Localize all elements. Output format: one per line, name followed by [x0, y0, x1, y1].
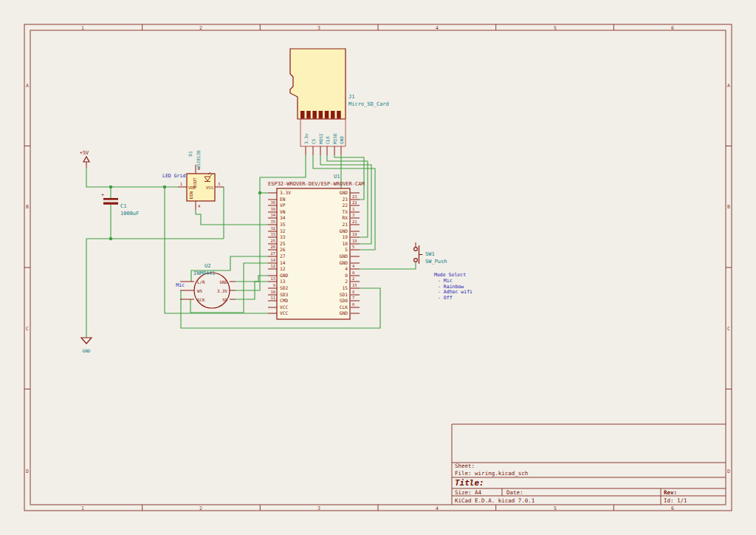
switch-sw1[interactable]: SW1 SW_Push — [414, 242, 447, 265]
mic-value: INMP441 — [193, 270, 216, 276]
esp32-pin-name: SD2 — [280, 285, 288, 290]
esp32-pin-name: VP — [280, 202, 286, 208]
esp32-pin-name: CLK — [340, 304, 348, 310]
frame-col-label: 4 — [436, 505, 439, 511]
title-block-generator: KiCad E.D.A. kicad 7.0.1 — [455, 497, 535, 504]
esp32-pin-name: SD0 — [340, 298, 348, 303]
esp32-pin-number: 5 — [352, 245, 354, 249]
mode-select-title: Mode Select — [434, 272, 466, 278]
esp32-pin-number: 4 — [352, 264, 355, 268]
frame-col-label: 6 — [671, 505, 674, 511]
esp32-pin-name: GND — [340, 190, 348, 195]
frame-row-label: D — [26, 468, 29, 474]
esp32-pin-name: VCC — [280, 310, 288, 316]
mic-pin-name: L/R — [197, 280, 205, 284]
esp32-pin-number: 23 — [352, 194, 357, 199]
esp32-pin-number: 12 — [270, 264, 275, 268]
title-block-size: Size: A4 — [455, 489, 482, 496]
esp32-pin-name: RX — [343, 215, 348, 220]
power-gnd-label: GND — [83, 348, 91, 353]
wire-junction — [109, 237, 112, 240]
wire[interactable] — [236, 276, 268, 282]
esp32-pin-number: 36 — [270, 200, 275, 205]
esp32-pin-name: 15 — [343, 285, 348, 290]
frame-col-label: 2 — [199, 505, 202, 511]
esp32-pin-number: 15 — [352, 283, 357, 287]
esp32-pin-number: 34 — [270, 213, 275, 217]
title-block-rev: Rev: — [664, 489, 677, 496]
esp32-pin-number: 25 — [270, 239, 275, 243]
esp32-pin-name: 13 — [280, 279, 286, 284]
esp32-pin-name: 14 — [280, 260, 286, 265]
esp32-pin-name: GND — [340, 228, 348, 234]
mic-u2[interactable]: L/R GND WS 3.3V SCK SD U2 INMP441 Mic — [176, 263, 236, 308]
sd-pin-name: GND — [339, 136, 344, 144]
sheet-frame: 1 2 3 4 5 6 1 2 3 4 5 6 A B C D A B C D — [24, 24, 732, 511]
esp32-pin-name: 27 — [280, 253, 286, 259]
esp32-pin-name: 21 — [343, 222, 348, 227]
frame-col-label: 2 — [199, 25, 202, 31]
esp32-pin-name: SD3 — [280, 292, 288, 297]
frame-row-label: B — [727, 204, 730, 210]
mic-note[interactable]: Mic — [176, 282, 185, 288]
sd-pin-name: CLK — [325, 136, 330, 144]
esp32-pin-name: GND — [340, 253, 348, 259]
frame-col-label: 5 — [554, 505, 557, 511]
power-5v-symbol[interactable]: +5V — [80, 150, 89, 168]
sd-pin-name: MOSI — [318, 133, 323, 144]
wire[interactable] — [360, 262, 416, 269]
sd-pin-name: CS — [311, 138, 316, 144]
sd-card-pads — [300, 111, 341, 119]
switch-value: SW_Push — [425, 259, 447, 265]
led-pin-name: DIN — [189, 191, 193, 199]
mic-pin-name: WS — [197, 289, 202, 293]
wire[interactable] — [196, 210, 268, 225]
frame-col-label: 3 — [317, 505, 320, 511]
esp32-pin-number: 39 — [270, 207, 275, 211]
sd-card-j1[interactable]: 3.3v CS MOSI CLK MISO GND J1 Micro_SD_Ca… — [290, 49, 389, 155]
led-grid-note[interactable]: LED Grid — [162, 173, 185, 179]
capacitor-c1[interactable]: + C1 1000uF — [101, 192, 139, 217]
esp32-pin-name: VCC — [280, 304, 288, 310]
led-pin-name: VSS — [206, 185, 213, 190]
esp32-pin-number: 0 — [352, 270, 354, 275]
esp32-pin-name: 35 — [280, 222, 286, 227]
esp32-pin-name: GND — [340, 260, 348, 265]
esp32-u1[interactable]: U1 ESP32-WROVER-DEV/ESP-WROVER-CAM 3.3V … — [268, 174, 365, 319]
esp32-pin-name: GND — [280, 273, 288, 278]
led-pin-number: 4 — [198, 204, 201, 208]
esp32-pin-number: 7 — [352, 296, 354, 300]
mic-pin-name: SD — [222, 298, 227, 302]
power-gnd-symbol[interactable]: GND — [81, 338, 92, 353]
esp32-pin-number: 19 — [352, 232, 357, 236]
mic-pin-name: GND — [220, 280, 228, 284]
esp32-pin-name: 4 — [345, 266, 348, 271]
esp32-pin-number: 11 — [270, 296, 275, 300]
esp32-pin-name: 26 — [280, 247, 286, 252]
esp32-pin-name: 22 — [343, 202, 348, 208]
esp32-pin-name: EN — [280, 197, 286, 202]
esp32-pin-number: 22 — [352, 200, 357, 205]
esp32-pin-name: VN — [280, 209, 286, 214]
esp32-pin-name: 25 — [280, 241, 286, 246]
frame-row-label: A — [26, 83, 29, 89]
mic-pin-name: 3.3V — [217, 289, 227, 293]
esp32-pin-number: 13 — [270, 276, 275, 281]
led-value: WS2812B — [196, 150, 201, 169]
led-d1[interactable]: 1 3 2 4 VDD VSS DOUT DIN D1 WS2812B LED … — [162, 150, 224, 210]
wires — [86, 155, 416, 338]
esp32-pin-number: 6 — [352, 302, 354, 307]
esp32-pin-number: 3 — [352, 213, 354, 217]
esp32-pin-number: 9 — [273, 283, 275, 287]
sd-pin-name: 3.3v — [303, 133, 309, 144]
frame-col-label: 6 — [671, 25, 674, 31]
led-pin-number: 1 — [180, 182, 182, 186]
esp32-pin-name: 0 — [345, 273, 348, 278]
esp32-pin-name: 34 — [280, 215, 286, 220]
power-5v-label: +5V — [80, 150, 89, 156]
esp32-pin-name: 2 — [345, 279, 348, 284]
sd-pin-name: MISO — [332, 133, 337, 144]
sd-ref: J1 — [348, 94, 354, 100]
mode-select-note[interactable]: Mode Select - Mic - Rainbow - Adhoc wifi… — [434, 272, 472, 301]
esp32-pin-name: GND — [340, 310, 348, 316]
